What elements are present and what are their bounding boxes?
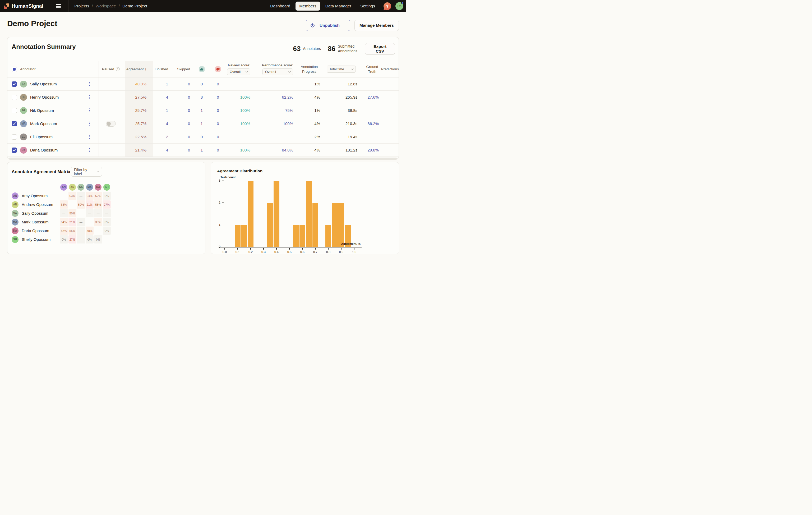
stat-label: Submitted Annotations <box>338 44 361 53</box>
matrix-cell: 38% <box>94 218 102 226</box>
review-score-label: Review score: <box>228 63 250 67</box>
annotator-cell: NINik Opossum <box>7 104 98 117</box>
y-tick-mark <box>222 247 224 247</box>
thumbs-down-icon <box>215 66 221 72</box>
y-tick-mark <box>222 180 224 181</box>
horizontal-scrollbar[interactable] <box>9 158 397 160</box>
nav-item-dashboard[interactable]: Dashboard <box>266 2 294 10</box>
agreement-cell: 27.5% <box>125 91 153 104</box>
user-avatar[interactable]: LS <box>396 2 403 10</box>
paused-help-icon[interactable]: ? <box>116 67 120 71</box>
matrix-cell: 64% <box>60 218 68 226</box>
matrix-cell: 55% <box>94 200 102 208</box>
matrix-column-header: SH <box>103 183 111 192</box>
x-tick-mark <box>237 248 238 250</box>
select-all-checkbox[interactable] <box>11 67 17 72</box>
paused-cell <box>98 91 125 104</box>
chevron-down-icon <box>351 67 354 70</box>
annotator-name: Henry Opossum <box>30 95 59 99</box>
matrix-column-header: AN <box>59 183 68 192</box>
predictions-header: Predictions <box>381 61 399 77</box>
x-tick-label: 0.1 <box>233 250 242 254</box>
nav-item-settings[interactable]: Settings <box>356 2 379 10</box>
nav-item-members[interactable]: Members <box>295 2 320 10</box>
annotator-avatar: AN <box>69 184 76 191</box>
histogram-bar <box>306 181 312 247</box>
breadcrumb-item-workspace[interactable]: Workspace <box>96 4 116 8</box>
y-tick-mark <box>222 202 224 203</box>
thumbs-up-header[interactable] <box>193 61 211 77</box>
x-tick-mark <box>341 248 342 250</box>
agreement-header[interactable]: Agreement ↑ <box>125 61 153 77</box>
paused-cell <box>98 104 125 117</box>
row-menu-icon[interactable] <box>88 134 91 140</box>
hamburger-menu-icon[interactable] <box>54 2 62 10</box>
row-menu-icon[interactable] <box>88 147 91 153</box>
export-csv-button[interactable]: Export CSV <box>365 43 395 55</box>
help-icon[interactable]: ? <box>383 2 391 10</box>
row-menu-icon[interactable] <box>88 120 91 127</box>
matrix-cell: 55% <box>68 227 77 235</box>
row-checkbox[interactable] <box>11 147 17 153</box>
x-tick-label: 0.6 <box>298 250 307 254</box>
breadcrumb-separator: / <box>119 4 120 8</box>
power-icon <box>310 23 315 28</box>
total-time-select[interactable]: Total time <box>327 65 356 73</box>
paused-cell <box>98 144 125 156</box>
row-menu-icon[interactable] <box>88 94 91 101</box>
predictions-cell <box>381 117 399 130</box>
skipped-header[interactable]: Skipped <box>170 61 193 77</box>
annotator-avatar: HE <box>20 94 27 101</box>
predictions-cell <box>381 91 399 104</box>
x-tick-mark <box>315 248 316 250</box>
sort-ascending-icon: ↑ <box>145 67 147 71</box>
histogram-bar <box>273 181 280 247</box>
thumbs-down-header[interactable] <box>211 61 225 77</box>
breadcrumb-item-projects[interactable]: Projects <box>74 4 89 8</box>
nav-right: DashboardMembersData ManagerSettings ? L… <box>266 2 403 10</box>
performance-score-cell: 84.8% <box>253 144 295 156</box>
check-icon <box>13 149 16 151</box>
performance-score-select[interactable]: Overall <box>262 68 293 75</box>
y-tick-label: 1 <box>211 223 221 226</box>
annotator-name: Sally Opossum <box>22 211 48 216</box>
thumbs-down-cell: 0 <box>211 144 225 156</box>
filter-by-label-select[interactable]: Filter by label <box>71 167 102 177</box>
unpublish-button[interactable]: Unpublish <box>306 20 350 31</box>
row-menu-icon[interactable] <box>88 107 91 114</box>
pause-toggle[interactable] <box>106 121 116 126</box>
matrix-column-header: MA <box>85 183 94 192</box>
breadcrumb-item-demo-project[interactable]: Demo Project <box>122 4 147 8</box>
matrix-cell: 0% <box>103 218 111 226</box>
row-checkbox[interactable] <box>11 95 17 100</box>
agreement-distribution-card: Agreement Distribution Task count Agreem… <box>211 162 399 254</box>
manage-members-button[interactable]: Manage Members <box>354 20 399 31</box>
brand-logo[interactable]: HumanSignal <box>4 3 43 9</box>
finished-header[interactable]: Finished <box>153 61 170 77</box>
annotator-cell: HEHenry Opossum <box>7 91 98 104</box>
page-title: Demo Project <box>7 19 57 28</box>
row-checkbox[interactable] <box>11 81 17 87</box>
help-question-glyph: ? <box>386 4 388 8</box>
row-checkbox[interactable] <box>11 108 17 113</box>
annotator-name: Shelly Opossum <box>22 237 51 241</box>
nav-item-data-manager[interactable]: Data Manager <box>322 2 355 10</box>
x-tick-mark <box>276 248 277 250</box>
thumbs-up-cell: 1 <box>193 104 211 117</box>
row-checkbox[interactable] <box>11 134 17 140</box>
ground-truth-cell: 86.2% <box>360 117 381 130</box>
annotator-header-label: Annotator <box>20 67 36 71</box>
matrix-row-label-mark-opossum: MAMark Opossum <box>11 219 59 226</box>
predictions-cell <box>381 130 399 143</box>
review-score-select[interactable]: Overall <box>227 68 250 75</box>
paused-cell <box>98 130 125 143</box>
matrix-column-header: SA <box>77 183 85 192</box>
row-menu-icon[interactable] <box>88 81 91 87</box>
agreement-header-label: Agreement <box>126 67 144 71</box>
matrix-cell: 63% <box>68 192 77 200</box>
matrix-cell <box>68 200 77 208</box>
x-tick-label: 0.7 <box>311 250 320 254</box>
annotator-avatar: AN <box>11 193 19 199</box>
row-checkbox[interactable] <box>11 121 17 126</box>
stat-annotators: 63Annotators <box>293 45 321 53</box>
